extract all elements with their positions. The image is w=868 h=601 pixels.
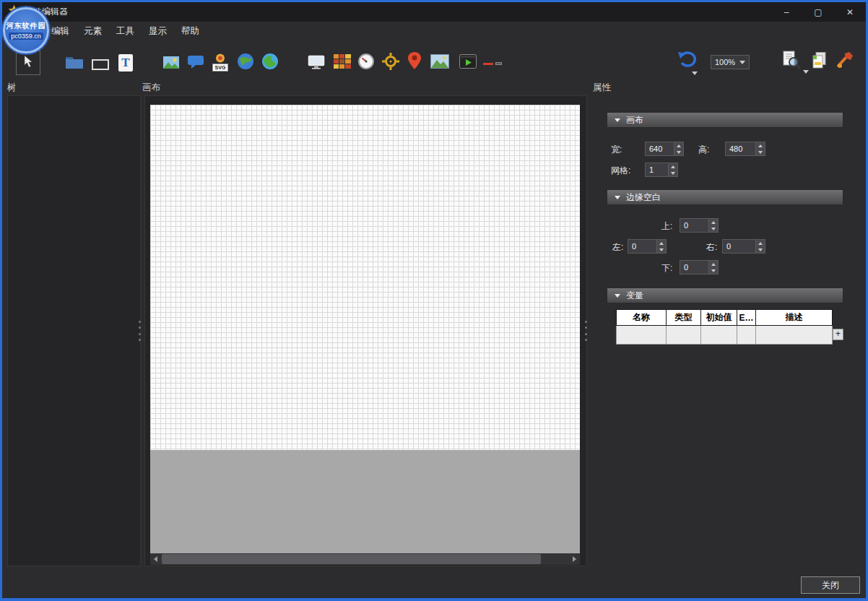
- spin-up-button[interactable]: [756, 240, 765, 246]
- spin-up-button[interactable]: [674, 142, 683, 149]
- close-window-button[interactable]: ✕: [834, 2, 866, 22]
- close-button[interactable]: 关闭: [801, 576, 860, 594]
- margin-top-spinner[interactable]: 0: [680, 218, 719, 233]
- canvas-width-label: 宽:: [611, 144, 622, 156]
- spin-down-button[interactable]: [709, 267, 718, 274]
- compass-tool-button[interactable]: [381, 53, 401, 73]
- margin-bottom-spinner[interactable]: 0: [680, 260, 719, 274]
- spin-up-button[interactable]: [657, 240, 666, 246]
- callout-icon: [187, 55, 204, 72]
- mosaic-grid-icon: [333, 53, 352, 72]
- margin-section-header[interactable]: 边缘空白: [607, 189, 843, 205]
- earth-icon: [261, 53, 279, 73]
- margin-left-value[interactable]: 0: [628, 240, 656, 253]
- earth-tool-button[interactable]: [261, 53, 279, 72]
- rectangle-tool-button[interactable]: [90, 58, 110, 72]
- maximize-button[interactable]: ▢: [802, 2, 834, 22]
- margin-left-spinner[interactable]: 0: [628, 239, 667, 254]
- grid-size-label: 网格:: [611, 165, 630, 177]
- canvas-hscrollbar[interactable]: [150, 553, 580, 565]
- spin-down-button[interactable]: [709, 225, 718, 232]
- spin-down-button[interactable]: [756, 149, 765, 155]
- variables-section-header[interactable]: 变量: [607, 287, 843, 303]
- tree-panel-label: 树: [7, 82, 17, 94]
- zoom-select[interactable]: 100%: [711, 55, 750, 69]
- frame-bottom: [0, 598, 868, 601]
- minimize-button[interactable]: –: [771, 2, 802, 22]
- grid-size-spinner[interactable]: 1: [645, 163, 678, 177]
- margin-top-label: 上:: [661, 220, 672, 233]
- tree-panel[interactable]: [7, 95, 141, 566]
- image-tool-button[interactable]: [162, 56, 181, 71]
- export-button[interactable]: [810, 52, 830, 72]
- margin-bottom-value[interactable]: 0: [680, 261, 708, 274]
- variables-table: 名称 类型 初始值 E… 描述: [616, 309, 833, 345]
- spin-up-button[interactable]: [709, 261, 718, 267]
- spin-up-button[interactable]: [756, 142, 765, 149]
- map-image-tool-button[interactable]: [430, 55, 450, 71]
- left-splitter-grip[interactable]: [138, 321, 142, 341]
- spin-up-button[interactable]: [669, 163, 677, 170]
- select-tool-button[interactable]: [16, 51, 40, 75]
- scroll-right-button[interactable]: [569, 553, 580, 565]
- canvas-section-header[interactable]: 画布: [607, 112, 843, 128]
- spin-down-button[interactable]: [674, 149, 683, 155]
- svg-tool-button[interactable]: SVG: [211, 52, 230, 72]
- margin-right-spinner[interactable]: 0: [722, 239, 765, 254]
- globe-tool-button[interactable]: [236, 53, 255, 72]
- text-icon: T: [118, 54, 133, 72]
- spin-down-button[interactable]: [657, 246, 666, 253]
- canvas-width-value[interactable]: 640: [646, 142, 674, 155]
- spin-up-button[interactable]: [709, 219, 718, 225]
- menu-item-view[interactable]: 显示: [142, 22, 174, 40]
- callout-tool-button[interactable]: [186, 55, 206, 72]
- spin-down-button[interactable]: [756, 246, 765, 253]
- skin-editor-window: 皮肤编辑器 – ▢ ✕ 文件 编辑 元素 工具 显示 帮助 河东软件园 pc03…: [0, 0, 868, 601]
- variables-col-initial: 初始值: [701, 310, 737, 326]
- add-variable-button[interactable]: +: [833, 329, 843, 340]
- undo-icon: [677, 51, 697, 72]
- preview-dropdown-caret-icon[interactable]: [803, 70, 809, 74]
- folder-icon: [65, 55, 84, 72]
- menu-bar: 文件 编辑 元素 工具 显示 帮助: [2, 22, 866, 40]
- screen-tool-button[interactable]: [307, 56, 326, 72]
- canvas-overflow-area[interactable]: [150, 450, 580, 553]
- canvas-height-spinner[interactable]: 480: [725, 142, 765, 156]
- grid-tool-button[interactable]: [332, 54, 352, 72]
- menu-item-help[interactable]: 帮助: [174, 22, 207, 40]
- map-image-icon: [430, 54, 449, 72]
- preview-magnifier-icon: [782, 51, 801, 72]
- scroll-thumb[interactable]: [162, 554, 541, 564]
- video-tool-button[interactable]: [459, 55, 477, 71]
- map-pin-tool-button[interactable]: [407, 52, 422, 72]
- margin-bottom-label: 下:: [661, 262, 672, 274]
- right-splitter-grip[interactable]: [584, 321, 588, 341]
- grid-size-value[interactable]: 1: [646, 163, 668, 176]
- margin-right-value[interactable]: 0: [723, 240, 755, 253]
- canvas-surface[interactable]: [150, 105, 580, 450]
- tools-button[interactable]: [835, 52, 855, 71]
- text-tool-button[interactable]: T: [117, 53, 134, 73]
- globe-icon: [237, 53, 254, 73]
- image-icon: [163, 56, 179, 72]
- margin-top-value[interactable]: 0: [680, 219, 708, 232]
- undo-button[interactable]: [676, 52, 698, 71]
- frame-left: [0, 0, 2, 601]
- gauge-tool-button[interactable]: [357, 53, 376, 72]
- crosshair-icon: [381, 52, 400, 74]
- canvas-height-value[interactable]: 480: [726, 142, 755, 155]
- menu-item-element[interactable]: 元素: [77, 22, 109, 40]
- undo-dropdown-caret-icon[interactable]: [692, 72, 698, 75]
- preview-button[interactable]: [781, 51, 802, 72]
- canvas-width-spinner[interactable]: 640: [645, 142, 684, 156]
- variables-empty-row[interactable]: [617, 326, 833, 345]
- canvas-height-label: 高:: [698, 144, 709, 156]
- variables-section-title: 变量: [626, 290, 643, 302]
- menu-item-tools[interactable]: 工具: [109, 22, 142, 40]
- watermark-site-url: pc0359.cn: [9, 33, 43, 40]
- scroll-left-button[interactable]: [150, 553, 161, 565]
- spin-down-button[interactable]: [669, 170, 677, 176]
- open-folder-button[interactable]: [64, 55, 85, 72]
- variables-col-type: 类型: [667, 310, 701, 326]
- line-style-tool-button[interactable]: [482, 60, 503, 67]
